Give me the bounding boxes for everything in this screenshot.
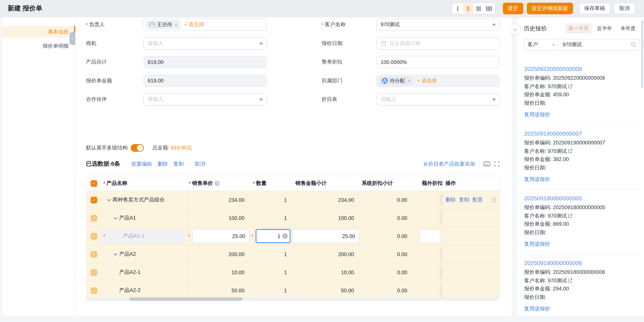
batch-edit-link[interactable]: 批量编辑 <box>131 161 152 167</box>
field-quote-date-input[interactable]: 点击选择日期 <box>376 37 500 49</box>
view-option-2-columns[interactable] <box>463 3 473 13</box>
external-link-icon[interactable] <box>568 149 572 153</box>
history-panel: 历史报价 近一个月近半年本年度 客户 970测试 202509220000000… <box>517 17 644 316</box>
column-header-label: 销售单价 <box>192 180 213 187</box>
filter-field-select[interactable]: 客户 <box>524 39 559 50</box>
calendar-icon <box>380 40 386 46</box>
tab-last-month[interactable]: 近一个月 <box>565 23 592 34</box>
field-opportunity-input[interactable]: 请输入+ <box>144 37 267 49</box>
quantity-input[interactable]: 1× <box>256 229 290 243</box>
horizontal-scrollbar[interactable] <box>86 297 499 301</box>
field-partner-input[interactable]: 请输入+ <box>144 93 267 106</box>
delete-selected-link[interactable]: 删除 <box>158 161 168 167</box>
row-checkbox[interactable]: ✓ <box>90 233 97 239</box>
copy-row-link[interactable]: 复制 <box>459 196 469 203</box>
product-table: ✓*产品名称*销售单价?*数量销售金额小计系统折扣小计额外折扣操作✓两种售卖方式… <box>86 176 500 300</box>
reuse-quote-link[interactable]: 复用该报价 <box>524 306 550 312</box>
extra-discount-input[interactable] <box>420 229 442 243</box>
chevron-down-icon[interactable] <box>113 253 118 256</box>
delete-row-link[interactable]: 删除 <box>446 196 456 203</box>
view-option-3-columns[interactable] <box>473 3 484 13</box>
field-customer-name-input[interactable]: 970测试+ <box>376 18 500 31</box>
quantity-cell: 1 <box>252 245 292 263</box>
row-checkbox[interactable]: ✓ <box>90 269 97 276</box>
keyboard-shortcuts-icon[interactable] <box>483 161 490 166</box>
add-from-pricelist-link[interactable]: 从价目表产品批量添加 <box>423 161 475 167</box>
department-chip[interactable]: 待分配× <box>379 76 413 85</box>
unit-price-cell: 200.00 <box>188 245 252 263</box>
unit-price: 50.00 <box>232 288 244 293</box>
search-icon[interactable] <box>630 42 637 48</box>
total-amount-value: 619.00元 <box>171 145 192 151</box>
required-asterisk: * <box>189 180 191 186</box>
collapse-panel-button[interactable]: » <box>510 24 520 35</box>
clear-icon[interactable]: × <box>282 233 288 239</box>
external-link-icon[interactable] <box>568 279 572 283</box>
row-checkbox-cell: ✓ <box>86 209 101 227</box>
select-all-checkbox[interactable]: ✓ <box>90 180 97 187</box>
quote-card-link[interactable]: 202509180000000005 <box>524 195 640 201</box>
cancel-selection-link[interactable]: 取消 <box>195 161 205 167</box>
collapse-sidebar-handle[interactable]: ‹ <box>70 32 75 45</box>
owner-chip[interactable]: 王洪伟× <box>146 20 180 29</box>
plus-icon[interactable]: + <box>492 96 496 103</box>
reuse-quote-link[interactable]: 复用该报价 <box>524 241 550 248</box>
panel-scrollbar-thumb[interactable] <box>641 20 643 88</box>
reuse-quote-link[interactable]: 复用该报价 <box>524 111 550 118</box>
expand-structure-toggle[interactable] <box>131 144 144 152</box>
quote-card-link[interactable]: 202509190000000007 <box>524 130 640 137</box>
row-checkbox-cell: ✓ <box>86 245 101 263</box>
unit-price-input[interactable]: 25.00 <box>192 229 250 243</box>
configure-row-link[interactable]: 配置 <box>472 196 483 203</box>
plus-icon[interactable]: + <box>259 40 263 47</box>
product-name-input[interactable]: 产品A1-1 <box>101 229 185 243</box>
quote-card-link[interactable]: 202509220000000008 <box>524 65 640 72</box>
column-header-label: 数量 <box>256 180 266 187</box>
quantity: 1 <box>284 215 287 221</box>
quote-card: 202509180000000005报价单编码: 202509180000000… <box>524 190 640 255</box>
plus-icon[interactable]: + <box>259 96 263 103</box>
filter-keyword-input[interactable]: 970测试 <box>559 41 640 48</box>
table-row: ✓产品A2-110.00110.000.00 <box>86 263 500 281</box>
customer-name-text: 客户名称: 970测试 <box>524 147 567 155</box>
external-link-icon[interactable] <box>568 84 572 89</box>
table-row: ✓两种售卖方式产品组合234.001234.000.00删除复制配置 <box>86 191 500 209</box>
add-select-link[interactable]: + 请选择 <box>184 21 204 28</box>
submit-button[interactable]: 提交 <box>503 3 523 14</box>
row-checkbox[interactable]: ✓ <box>90 287 97 294</box>
copy-selected-link[interactable]: 复制 <box>173 161 184 167</box>
field-order-discount-input[interactable]: 100.0000% <box>376 56 500 68</box>
tab-half-year[interactable]: 近半年 <box>594 23 615 34</box>
plus-icon[interactable]: + <box>492 21 496 28</box>
sidebar-item-quote-details[interactable]: 报价单明细 <box>2 41 75 51</box>
external-link-icon[interactable] <box>568 214 572 218</box>
view-option-1-columns[interactable] <box>452 3 463 13</box>
scrollbar-thumb[interactable] <box>129 297 242 301</box>
add-select-link[interactable]: + 请选择 <box>417 77 437 84</box>
chevron-down-icon[interactable] <box>107 198 111 201</box>
field-price-list-input[interactable]: 请输入+ <box>376 93 500 106</box>
reuse-quote-link[interactable]: 复用该报价 <box>524 176 550 183</box>
cancel-button[interactable]: 取消 <box>614 3 635 14</box>
field-owner-input[interactable]: 王洪伟×+ 请选择 <box>144 18 267 31</box>
drag-handle-icon[interactable] <box>492 197 496 202</box>
history-card-list: 202509220000000008报价单编码: 202509220000000… <box>524 50 640 316</box>
chip-remove-icon[interactable]: × <box>175 22 178 27</box>
tab-this-year[interactable]: 本年度 <box>618 23 638 34</box>
chip-remove-icon[interactable]: × <box>408 78 410 83</box>
field-value: 619.00 <box>148 59 164 65</box>
quote-card-link[interactable]: 202509180000000006 <box>524 260 640 266</box>
help-icon[interactable]: ? <box>214 181 220 186</box>
row-checkbox[interactable]: ✓ <box>90 197 97 203</box>
row-checkbox[interactable]: ✓ <box>90 215 97 221</box>
row-checkbox[interactable]: ✓ <box>90 251 97 258</box>
chevron-down-icon[interactable] <box>113 217 118 219</box>
sidebar-item-basic-info[interactable]: 基本信息 <box>2 26 75 38</box>
fullscreen-icon[interactable] <box>494 161 500 166</box>
system-discount-subtotal: 0.00 <box>397 251 407 257</box>
submit-and-new-button[interactable]: 提交并继续新建 <box>526 3 573 14</box>
field-department-input[interactable]: 待分配×+ 请选择 <box>376 75 500 87</box>
view-option-4-columns[interactable] <box>484 3 494 13</box>
amount-input[interactable]: 25.00 <box>292 229 360 243</box>
save-draft-button[interactable]: 保存草稿 <box>579 3 610 14</box>
